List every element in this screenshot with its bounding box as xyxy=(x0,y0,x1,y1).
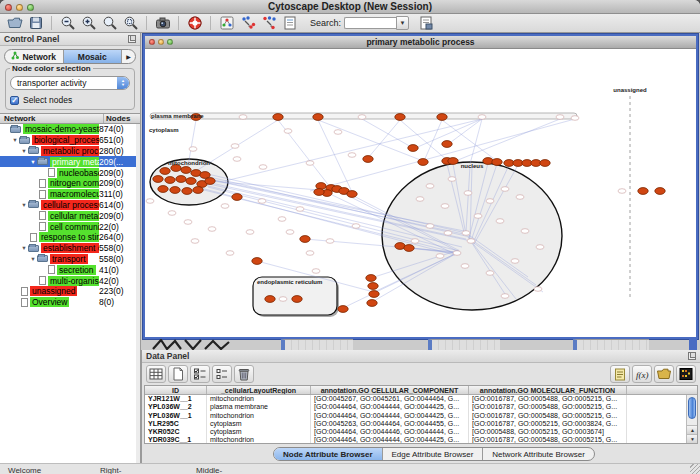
network-node-selected[interactable] xyxy=(205,178,215,185)
network-node-unselected[interactable] xyxy=(226,251,234,256)
network-node-selected[interactable] xyxy=(408,145,418,152)
network-canvas[interactable]: plasma membranecytoplasmmitochondrionnuc… xyxy=(145,49,696,337)
network-node-unselected[interactable] xyxy=(436,254,444,259)
float-panel-icon[interactable] xyxy=(688,352,696,360)
network-node-unselected[interactable] xyxy=(461,264,469,269)
tree-expander-icon[interactable]: ▼ xyxy=(29,159,37,165)
tree-row[interactable]: response to stimulu264(0) xyxy=(0,232,136,243)
tree-row[interactable]: nucleobase-209(0) xyxy=(0,167,136,178)
network-node-selected[interactable] xyxy=(265,296,275,303)
network-node-selected[interactable] xyxy=(395,114,405,121)
network-node-selected[interactable] xyxy=(448,158,458,165)
new-page-icon[interactable] xyxy=(168,365,188,383)
network-node-selected[interactable] xyxy=(442,141,452,148)
network-node-selected[interactable] xyxy=(170,187,180,194)
tree-expander-icon[interactable]: ▼ xyxy=(20,148,28,154)
network-node-unselected[interactable] xyxy=(312,269,320,274)
table-row[interactable]: YJR121W__1mitochondrion[GO:0045267, GO:0… xyxy=(145,395,697,403)
node-color-combo[interactable]: transporter activity ▲▼ xyxy=(10,76,130,90)
layout-b-icon[interactable] xyxy=(259,15,278,32)
network-node-selected[interactable] xyxy=(292,296,302,303)
network-node-unselected[interactable] xyxy=(411,239,419,244)
network-node-selected[interactable] xyxy=(655,188,665,195)
network-frame-titlebar[interactable]: primary metabolic process xyxy=(145,36,696,49)
network-view-frame[interactable]: primary metabolic process plasma membran… xyxy=(143,34,698,339)
network-node-unselected[interactable] xyxy=(441,204,449,209)
background-window-fragment[interactable] xyxy=(573,339,649,350)
attribute-table[interactable]: ID_cellularLayoutRegionannotation.GO CEL… xyxy=(144,385,698,444)
network-node-unselected[interactable] xyxy=(296,207,304,212)
search-dropdown-arrow[interactable]: ▼ xyxy=(396,16,409,30)
lifering-icon[interactable] xyxy=(185,15,204,32)
background-window-fragment[interactable] xyxy=(428,339,500,350)
network-node-unselected[interactable] xyxy=(444,231,452,236)
network-node-unselected[interactable] xyxy=(146,199,154,204)
attr-page-icon[interactable] xyxy=(280,15,299,32)
network-node-selected[interactable] xyxy=(368,283,378,290)
network-node-unselected[interactable] xyxy=(184,220,192,225)
network-node-unselected[interactable] xyxy=(534,287,542,292)
network-node-unselected[interactable] xyxy=(221,204,229,209)
network-node-unselected[interactable] xyxy=(191,239,199,244)
tree-row[interactable]: secretion41(0) xyxy=(0,264,136,275)
network-node-selected[interactable] xyxy=(638,188,648,195)
network-node-unselected[interactable] xyxy=(556,115,564,120)
network-node-unselected[interactable] xyxy=(278,217,286,222)
column-header[interactable]: _cellularLayoutRegion xyxy=(207,386,311,394)
table-row[interactable]: YKR052Ccytoplasm[GO:0044464, GO:0044446,… xyxy=(145,428,697,436)
network-node-unselected[interactable] xyxy=(189,147,197,152)
network-node-unselected[interactable] xyxy=(462,231,470,236)
network-node-unselected[interactable] xyxy=(326,239,334,244)
network-node-unselected[interactable] xyxy=(496,219,504,224)
tree-row[interactable]: ▼primary metabo209(... xyxy=(0,156,136,167)
tree-column-network[interactable]: Network xyxy=(0,114,104,123)
save-icon[interactable] xyxy=(26,15,45,32)
network-node-unselected[interactable] xyxy=(348,153,356,158)
network-node-unselected[interactable] xyxy=(618,189,626,194)
folder-yellow-icon[interactable] xyxy=(654,365,674,383)
table-row[interactable]: YLR295Ccytoplasm[GO:0045263, GO:0044464,… xyxy=(145,420,697,428)
network-node-selected[interactable] xyxy=(437,114,447,121)
small-list-icon[interactable] xyxy=(212,365,232,383)
tree-row[interactable]: nitrogen compo209(0) xyxy=(0,178,136,189)
tree-expander-icon[interactable]: ▼ xyxy=(20,245,28,251)
camera-icon[interactable] xyxy=(153,15,172,32)
network-node-selected[interactable] xyxy=(347,191,357,198)
network-node-unselected[interactable] xyxy=(486,199,494,204)
tree-expander-icon[interactable]: ▼ xyxy=(29,256,37,262)
tab-node-attribute-browser[interactable]: Node Attribute Browser xyxy=(274,448,383,460)
network-node-unselected[interactable] xyxy=(352,224,360,229)
zoom-out-icon[interactable] xyxy=(58,15,77,32)
network-node-selected[interactable] xyxy=(186,178,196,185)
network-node-selected[interactable] xyxy=(338,306,348,313)
scrollbar-thumb[interactable] xyxy=(688,397,696,419)
network-node-unselected[interactable] xyxy=(478,115,486,120)
tree-row[interactable]: Overview8(0) xyxy=(0,297,136,308)
open-folder-icon[interactable] xyxy=(5,15,24,32)
network-node-selected[interactable] xyxy=(314,189,324,196)
network-node-selected[interactable] xyxy=(492,159,502,166)
network-node-unselected[interactable] xyxy=(279,297,287,302)
window-titlebar[interactable]: Cytoscape Desktop (New Session) xyxy=(0,0,700,14)
table-row[interactable]: YDR039C__1mitochondrion[GO:0044464, GO:0… xyxy=(145,436,697,444)
network-node-selected[interactable] xyxy=(540,160,550,167)
tree-row[interactable]: ▼metabolic process280(0) xyxy=(0,146,136,157)
network-node-selected[interactable] xyxy=(193,187,203,194)
network-tree-header[interactable]: Network Nodes xyxy=(0,113,140,124)
network-node-unselected[interactable] xyxy=(259,165,267,170)
resize-grip-icon[interactable] xyxy=(690,464,700,474)
network-node-selected[interactable] xyxy=(252,258,262,265)
tree-row[interactable]: ▼establishment of lo558(0) xyxy=(0,243,136,254)
network-node-unselected[interactable] xyxy=(306,161,314,166)
network-node-selected[interactable] xyxy=(404,245,414,252)
network-node-unselected[interactable] xyxy=(208,227,216,232)
network-node-selected[interactable] xyxy=(182,188,192,195)
layout-a-icon[interactable] xyxy=(238,15,257,32)
attribute-table-header[interactable]: ID_cellularLayoutRegionannotation.GO CEL… xyxy=(145,386,697,395)
network-node-unselected[interactable] xyxy=(246,230,254,235)
network-node-unselected[interactable] xyxy=(231,144,239,149)
network-node-selected[interactable] xyxy=(369,291,379,298)
network-node-unselected[interactable] xyxy=(334,130,342,135)
network-node-unselected[interactable] xyxy=(516,195,524,200)
select-nodes-checkbox[interactable]: ✓ xyxy=(10,96,19,105)
